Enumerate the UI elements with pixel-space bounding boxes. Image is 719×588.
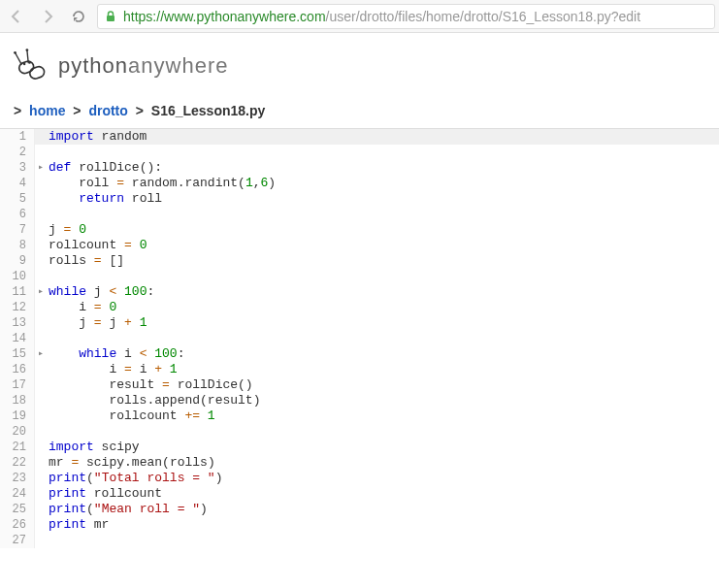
code-content[interactable]: j = 0 [47, 222, 719, 238]
code-content[interactable] [47, 331, 719, 346]
line-number: 26 [0, 517, 35, 533]
line-number: 6 [0, 207, 35, 222]
line-number: 5 [0, 191, 35, 207]
code-line[interactable]: 25print("Mean roll = ") [0, 502, 719, 517]
code-line[interactable]: 26print mr [0, 517, 719, 533]
line-number: 14 [0, 331, 35, 346]
code-line[interactable]: 1import random [0, 129, 719, 145]
code-line[interactable]: 23print("Total rolls = ") [0, 471, 719, 486]
reload-button[interactable] [66, 4, 91, 29]
fold-toggle [35, 362, 47, 377]
browser-toolbar: https://www.pythonanywhere.com/user/drot… [0, 0, 719, 33]
code-content[interactable]: i = 0 [47, 300, 719, 315]
code-content[interactable]: print("Mean roll = ") [47, 502, 719, 517]
lock-icon [104, 10, 117, 23]
fold-toggle [35, 424, 47, 440]
logo-text: pythonanywhere [58, 53, 228, 79]
code-line[interactable]: 2 [0, 145, 719, 160]
line-number: 10 [0, 269, 35, 284]
code-content[interactable]: mr = scipy.mean(rolls) [47, 455, 719, 471]
code-content[interactable] [47, 145, 719, 160]
fold-toggle[interactable]: ▸ [35, 284, 47, 300]
code-line[interactable]: 8rollcount = 0 [0, 238, 719, 253]
line-number: 4 [0, 176, 35, 191]
fold-toggle [35, 191, 47, 207]
fold-toggle [35, 269, 47, 284]
logo-icon [10, 45, 52, 87]
line-number: 22 [0, 455, 35, 471]
code-content[interactable]: print mr [47, 517, 719, 533]
line-number: 20 [0, 424, 35, 440]
code-line[interactable]: 18 rolls.append(result) [0, 393, 719, 408]
code-line[interactable]: 14 [0, 331, 719, 346]
code-line[interactable]: 7j = 0 [0, 222, 719, 238]
code-line[interactable]: 24print rollcount [0, 486, 719, 502]
fold-toggle [35, 253, 47, 269]
site-header: pythonanywhere [0, 33, 719, 95]
code-content[interactable]: rollcount = 0 [47, 238, 719, 253]
code-line[interactable]: 13 j = j + 1 [0, 315, 719, 331]
breadcrumb-user[interactable]: drotto [88, 103, 127, 118]
code-content[interactable]: while j < 100: [47, 284, 719, 300]
svg-point-4 [26, 49, 29, 51]
line-number: 8 [0, 238, 35, 253]
code-line[interactable]: 9rolls = [] [0, 253, 719, 269]
fold-toggle[interactable]: ▸ [35, 346, 47, 362]
code-line[interactable]: 16 i = i + 1 [0, 362, 719, 377]
code-line[interactable]: 22mr = scipy.mean(rolls) [0, 455, 719, 471]
line-number: 13 [0, 315, 35, 331]
fold-toggle [35, 455, 47, 471]
code-content[interactable]: print("Total rolls = ") [47, 471, 719, 486]
logo[interactable]: pythonanywhere [10, 45, 709, 87]
code-line[interactable]: 10 [0, 269, 719, 284]
line-number: 16 [0, 362, 35, 377]
code-content[interactable] [47, 269, 719, 284]
code-content[interactable]: rolls = [] [47, 253, 719, 269]
line-number: 2 [0, 145, 35, 160]
code-content[interactable] [47, 207, 719, 222]
code-content[interactable]: rollcount += 1 [47, 408, 719, 424]
line-number: 24 [0, 486, 35, 502]
line-number: 15 [0, 346, 35, 362]
code-content[interactable]: result = rollDice() [47, 377, 719, 393]
breadcrumb-home[interactable]: home [29, 103, 65, 118]
code-line[interactable]: 4 roll = random.randint(1,6) [0, 176, 719, 191]
address-bar[interactable]: https://www.pythonanywhere.com/user/drot… [97, 4, 715, 29]
code-line[interactable]: 12 i = 0 [0, 300, 719, 315]
code-content[interactable]: rolls.append(result) [47, 393, 719, 408]
code-line[interactable]: 21import scipy [0, 440, 719, 455]
fold-toggle [35, 533, 47, 548]
line-number: 7 [0, 222, 35, 238]
svg-point-7 [28, 61, 30, 63]
code-line[interactable]: 17 result = rollDice() [0, 377, 719, 393]
code-content[interactable] [47, 424, 719, 440]
code-line[interactable]: 15▸ while i < 100: [0, 346, 719, 362]
fold-toggle [35, 176, 47, 191]
code-line[interactable]: 6 [0, 207, 719, 222]
back-button[interactable] [4, 4, 29, 29]
fold-toggle[interactable]: ▸ [35, 160, 47, 176]
code-line[interactable]: 5 return roll [0, 191, 719, 207]
fold-toggle [35, 486, 47, 502]
code-content[interactable]: i = i + 1 [47, 362, 719, 377]
code-line[interactable]: 20 [0, 424, 719, 440]
line-number: 25 [0, 502, 35, 517]
code-line[interactable]: 19 rollcount += 1 [0, 408, 719, 424]
code-content[interactable]: return roll [47, 191, 719, 207]
code-line[interactable]: 27 [0, 533, 719, 548]
code-content[interactable]: import scipy [47, 440, 719, 455]
code-line[interactable]: 11▸while j < 100: [0, 284, 719, 300]
code-content[interactable] [47, 533, 719, 548]
code-content[interactable]: while i < 100: [47, 346, 719, 362]
code-content[interactable]: j = j + 1 [47, 315, 719, 331]
code-line[interactable]: 3▸def rollDice(): [0, 160, 719, 176]
forward-button[interactable] [35, 4, 60, 29]
code-content[interactable]: print rollcount [47, 486, 719, 502]
code-content[interactable]: import random [47, 129, 719, 145]
code-content[interactable]: roll = random.randint(1,6) [47, 176, 719, 191]
fold-toggle [35, 129, 47, 145]
code-content[interactable]: def rollDice(): [47, 160, 719, 176]
fold-toggle [35, 331, 47, 346]
code-editor[interactable]: 1import random23▸def rollDice():4 roll =… [0, 128, 719, 548]
fold-toggle [35, 408, 47, 424]
